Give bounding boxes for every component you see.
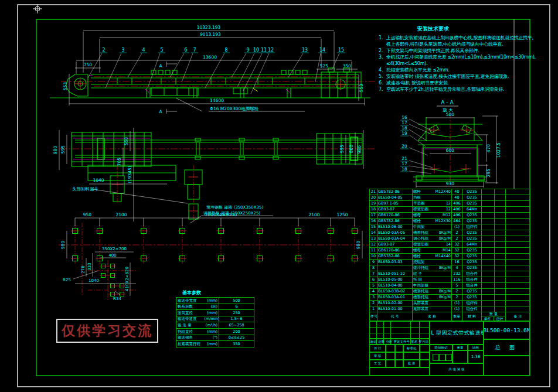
bom-material: Q235 <box>462 189 482 195</box>
parameter-row: 托辊直径 (mm) 200 <box>176 328 254 335</box>
checker-date <box>395 352 403 360</box>
bom-material: Q235 <box>462 195 482 201</box>
checker-label: 审 核 <box>369 352 386 360</box>
bom-qty: 496 <box>452 201 462 207</box>
bom-name-text: 托辊架 <box>413 260 425 264</box>
bom-h-qty: 数量 <box>452 312 462 321</box>
dim-overall-top: 10323.193 <box>197 25 221 30</box>
param-value: 6 <box>219 304 254 310</box>
bom-material: Q235 <box>462 254 482 260</box>
bom-material: Q235 <box>462 295 482 301</box>
bom-material: Q235 <box>462 236 482 242</box>
bom-material: Q235 <box>462 213 482 219</box>
param-unit: (m³/h) <box>203 322 219 329</box>
bom-qty: 2 <box>452 289 462 295</box>
bom-note <box>506 306 530 312</box>
parameter-table: 输送带宽度 (mm) 500 帆布层数 (层) 6 滚筒直径 (mm) 250 … <box>176 297 254 347</box>
bom-seq: 18 <box>370 207 377 213</box>
bom-name: 挡板 <box>413 195 452 201</box>
doc-type: 总 图 <box>484 339 530 356</box>
designer-sign <box>386 345 395 352</box>
rev-h-zone: 分区 <box>386 340 392 344</box>
checker-sign <box>386 352 395 360</box>
param-name: 拉紧装置行程 <box>176 341 203 347</box>
bom-code: BL650-03B-02 <box>377 289 413 295</box>
bom-unit-weight <box>482 260 495 265</box>
bom-name: 槽形托辊8Kg/M <box>413 295 452 301</box>
bom-h-note: 备 注 <box>506 312 530 321</box>
bom-material: Q235 <box>462 201 482 207</box>
bom-unit-weight <box>482 283 495 289</box>
bom-code: BL650-03A-05 <box>377 230 413 236</box>
bom-seq: 13 <box>370 236 377 242</box>
rev-h-docno: 更改文件号 <box>394 340 410 344</box>
bom-seq: 11 <box>370 248 377 254</box>
parts-list-table: 21 GB5782-86 螺栓M12X40 40 Q235 20 BL650-0… <box>369 189 530 321</box>
bom-seq: 9 <box>370 260 377 265</box>
bom-name: 弹簧垫圈12 <box>413 207 452 213</box>
bom-name: 尾部装置 <box>413 306 452 312</box>
bom-material: 64Mn <box>462 242 482 248</box>
bom-qty: 496 <box>452 207 462 213</box>
bom-name: 槽形托辊8Kg/M <box>413 289 452 295</box>
bom-note <box>506 271 530 277</box>
part-balloon: 13 <box>302 47 308 53</box>
bom-spec-text: M12X40 <box>435 190 451 194</box>
bom-name: 弹簧垫圈14 <box>413 242 452 248</box>
dim-400: 400 <box>108 253 116 258</box>
bom-name: 中间架 <box>413 224 452 230</box>
bom-spec-text: 8Kg/M <box>439 266 451 270</box>
bom-code: BL510-05-00 <box>377 277 413 283</box>
dim-705: 705 <box>117 158 122 166</box>
part-balloon: 19 <box>402 131 407 136</box>
bom-h-weight: 重 量 单件 总计 <box>482 312 506 321</box>
dim-1250: 1250 <box>336 212 348 217</box>
tech-line: 3. 全机找正后,中间架直线度允差 ≤2mm(L≤10m),≤3mm(10m<≤… <box>379 54 517 60</box>
parts-list-header: 件号 代 号 名 称 数量 材 料 重 量 单件 总计 备 注 <box>370 312 530 321</box>
bom-spec-text: M12X30 <box>435 219 451 223</box>
head-anchor-detail: 350X2=700 400 333 270 R25 1040 410X2=820… <box>63 223 136 301</box>
section-title: A - A <box>441 100 454 105</box>
bom-unit-weight <box>482 219 495 224</box>
param-unit: (mm) <box>203 298 219 304</box>
param-unit: (mm) <box>203 310 219 316</box>
bom-unit-weight <box>482 195 495 201</box>
dim-500: 500 <box>446 112 455 117</box>
param-value: 1.5~6 <box>219 316 254 322</box>
tech-item-text: 安装输送带时 须张紧适度,接头连接牢固应平直,避免跑偏现象. <box>386 73 509 80</box>
bom-name-text: 挡板 <box>413 196 421 200</box>
tech-item-text: 全机找正后,中间架直线度允差 ≤2mm(L≤10m),≤3mm(10m<≤30m… <box>386 54 536 60</box>
bom-code: GB6170-86 <box>377 213 413 219</box>
bom-material: Q235 <box>462 265 482 271</box>
bom-h-unit-weight: 单件 <box>482 316 494 321</box>
param-unit: (°) <box>203 335 219 341</box>
param-name: 输 送 量 <box>176 322 203 329</box>
tech-item-text: 减速器·电机 按说明书要求安装. <box>386 80 449 86</box>
bom-name-text: 托 辊 <box>413 278 422 282</box>
parameter-row: 输送倾角 (°) 0≤α≤25 <box>176 335 254 341</box>
tech-line: 6. 减速器·电机 按说明书要求安装. <box>379 80 517 86</box>
part-balloons: 2 3 4 5 6 7 8 9 10 11 12 13 14 15 <box>102 47 344 53</box>
bom-qty: 5 <box>452 283 462 289</box>
bom-qty: 232 <box>452 271 462 277</box>
dim-r34: R34 <box>113 296 121 301</box>
bom-seq: 12 <box>370 242 377 248</box>
part-balloon: 4 <box>142 47 145 53</box>
bom-code: BL510-04-00 <box>377 283 413 289</box>
standardization-label: 标准化 <box>403 345 420 352</box>
param-name: 滚筒直径 <box>176 310 203 316</box>
process-sign <box>386 360 395 367</box>
stage-mark-label: 阶段标记 <box>430 345 452 350</box>
bom-code: GB5782-86 <box>377 189 413 195</box>
bom-code: BL510-01-00 <box>377 306 413 312</box>
parameter-rows: 输送带宽度 (mm) 500 帆布层数 (层) 6 滚筒直径 (mm) 250 … <box>176 298 254 347</box>
bom-code: BL510-06-00 <box>377 224 413 230</box>
blank-cell <box>484 356 530 376</box>
bom-spec-text: 12 <box>446 207 451 212</box>
tech-line: 4. 托辊安装横向水平允差 ≤2mm. <box>379 67 517 73</box>
bom-material: Q235 <box>462 248 482 254</box>
parts-list-rows: 21 GB5782-86 螺栓M12X40 40 Q235 20 BL650-0… <box>370 189 530 312</box>
dim-553-right: 553 <box>359 84 364 93</box>
part-balloon: 3 <box>121 47 124 53</box>
tech-line: 机上各部件,特别是头尾滚筒,中心线均须与纵向中心线垂直. <box>379 41 517 47</box>
